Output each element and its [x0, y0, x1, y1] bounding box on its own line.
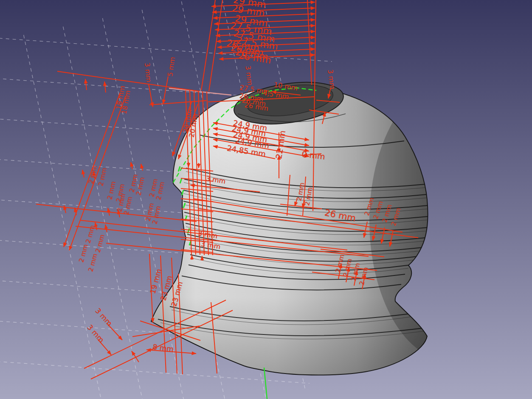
3d-scene [0, 0, 532, 399]
cad-viewport[interactable]: 29 mm29 mm29 mm27,5 mm27,5 mm27,5 mm26 m… [0, 0, 532, 399]
